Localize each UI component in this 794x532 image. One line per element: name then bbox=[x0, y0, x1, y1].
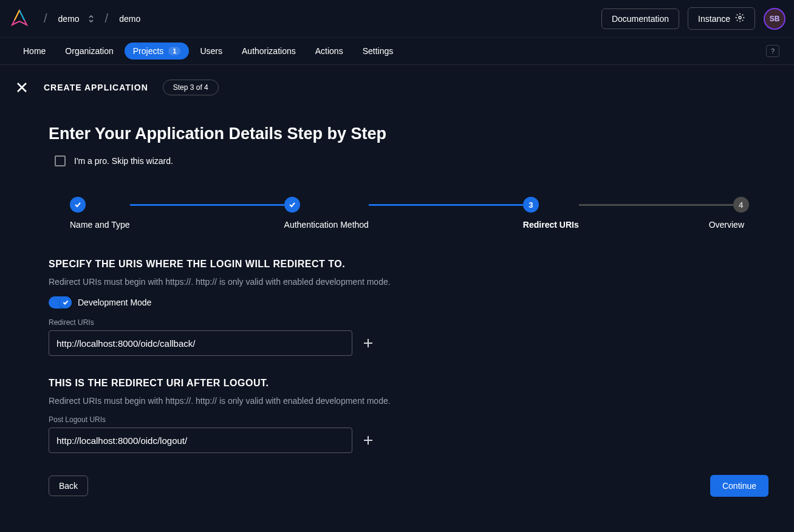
dev-mode-row: Development Mode bbox=[49, 296, 768, 309]
nav-actions[interactable]: Actions bbox=[307, 43, 352, 60]
logo[interactable] bbox=[9, 8, 30, 30]
redirect-uri-input[interactable] bbox=[49, 330, 352, 356]
breadcrumb-separator: / bbox=[44, 12, 47, 26]
org-name: demo bbox=[58, 14, 80, 24]
stepper: Name and Type Authentication Method 3 Re… bbox=[49, 197, 768, 230]
plus-icon bbox=[362, 337, 374, 349]
project-name[interactable]: demo bbox=[114, 12, 145, 26]
logout-section: THIS IS THE REDIRECT URI AFTER LOGOUT. R… bbox=[49, 378, 768, 453]
breadcrumb-separator: / bbox=[105, 12, 109, 26]
redirect-section-title: SPECIFY THE URIS WHERE THE LOGIN WILL RE… bbox=[49, 259, 768, 270]
redirect-uris-label: Redirect URIs bbox=[49, 318, 768, 327]
step-2-label: Authentication Method bbox=[284, 220, 369, 230]
redirect-section-desc: Redirect URIs must begin with https://. … bbox=[49, 277, 768, 287]
skip-wizard-checkbox[interactable] bbox=[55, 155, 66, 166]
content: CREATE APPLICATION Step 3 of 4 Enter You… bbox=[0, 65, 794, 511]
nav-settings[interactable]: Settings bbox=[354, 43, 402, 60]
footer-buttons: Back Continue bbox=[49, 475, 768, 497]
step-badge: Step 3 of 4 bbox=[163, 80, 219, 95]
nav-projects[interactable]: Projects 1 bbox=[125, 43, 190, 60]
close-icon bbox=[16, 82, 27, 93]
wizard-title: CREATE APPLICATION bbox=[44, 83, 148, 92]
check-icon bbox=[62, 299, 69, 306]
skip-wizard-label: I'm a pro. Skip this wizard. bbox=[74, 156, 173, 166]
logout-section-title: THIS IS THE REDIRECT URI AFTER LOGOUT. bbox=[49, 378, 768, 389]
nav-authorizations[interactable]: Authorizations bbox=[233, 43, 304, 60]
add-post-logout-button[interactable] bbox=[360, 432, 377, 449]
wizard-main: Enter Your Application Details Step by S… bbox=[15, 124, 779, 497]
org-selector[interactable]: demo bbox=[53, 12, 99, 26]
wizard-header: CREATE APPLICATION Step 3 of 4 bbox=[15, 80, 779, 95]
step-3-label: Redirect URIs bbox=[523, 220, 579, 230]
skip-wizard-row: I'm a pro. Skip this wizard. bbox=[49, 155, 768, 166]
plus-icon bbox=[362, 434, 374, 446]
step-3: 3 Redirect URIs bbox=[523, 197, 579, 230]
check-icon bbox=[288, 200, 296, 209]
connector-3-4 bbox=[579, 204, 733, 206]
svg-point-0 bbox=[739, 16, 741, 19]
page-title: Enter Your Application Details Step by S… bbox=[49, 124, 768, 143]
step-2: Authentication Method bbox=[284, 197, 369, 230]
post-logout-label: Post Logout URIs bbox=[49, 415, 768, 424]
step-1-label: Name and Type bbox=[70, 220, 130, 230]
step-2-circle[interactable] bbox=[284, 197, 300, 213]
nav-projects-label: Projects bbox=[133, 46, 164, 56]
step-3-circle[interactable]: 3 bbox=[523, 197, 539, 213]
nav-organization[interactable]: Organization bbox=[56, 43, 121, 60]
nav-home[interactable]: Home bbox=[15, 43, 54, 60]
dev-mode-toggle[interactable] bbox=[49, 296, 72, 309]
add-redirect-uri-button[interactable] bbox=[360, 335, 377, 352]
documentation-button[interactable]: Documentation bbox=[601, 9, 679, 29]
redirect-section: SPECIFY THE URIS WHERE THE LOGIN WILL RE… bbox=[49, 259, 768, 356]
post-logout-input[interactable] bbox=[49, 428, 352, 453]
step-4: 4 Overview bbox=[733, 197, 768, 230]
chevron-updown-icon bbox=[88, 15, 94, 22]
post-logout-row bbox=[49, 428, 768, 453]
nav-projects-badge: 1 bbox=[168, 47, 180, 55]
toggle-knob bbox=[60, 296, 72, 309]
step-1: Name and Type bbox=[70, 197, 130, 230]
nav-users[interactable]: Users bbox=[191, 43, 231, 60]
instance-label: Instance bbox=[698, 14, 730, 24]
header-actions: Documentation Instance SB bbox=[601, 7, 785, 30]
instance-button[interactable]: Instance bbox=[688, 7, 755, 30]
gear-icon bbox=[735, 13, 745, 24]
dev-mode-label: Development Mode bbox=[78, 298, 151, 307]
avatar[interactable]: SB bbox=[764, 8, 785, 30]
redirect-uri-row bbox=[49, 330, 768, 356]
back-button[interactable]: Back bbox=[49, 476, 88, 496]
connector-2-3 bbox=[369, 204, 523, 206]
continue-button[interactable]: Continue bbox=[710, 475, 768, 497]
header: / demo / demo Documentation Instance SB bbox=[0, 0, 794, 38]
help-button[interactable]: ? bbox=[766, 45, 779, 57]
close-button[interactable] bbox=[15, 80, 29, 95]
check-icon bbox=[74, 200, 82, 209]
connector-1-2 bbox=[130, 204, 284, 206]
main-nav: Home Organization Projects 1 Users Autho… bbox=[0, 38, 794, 65]
step-4-circle[interactable]: 4 bbox=[733, 197, 749, 213]
step-1-circle[interactable] bbox=[70, 197, 86, 213]
step-4-label: Overview bbox=[709, 220, 744, 230]
logout-section-desc: Redirect URIs must begin with https://. … bbox=[49, 396, 768, 406]
